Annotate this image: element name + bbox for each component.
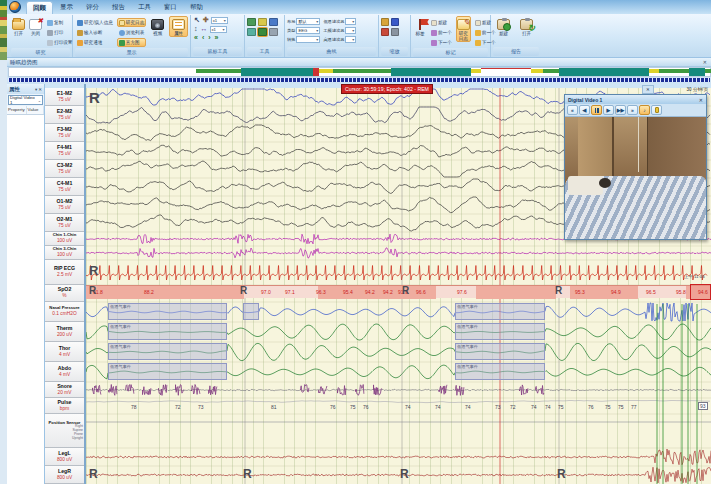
channel-label-rip-ecg[interactable]: RIP ECG2.5 mV bbox=[45, 260, 84, 285]
tab-1[interactable]: 回顾 bbox=[26, 1, 53, 14]
tool-icon-4[interactable] bbox=[247, 28, 256, 36]
tool-icon-1[interactable] bbox=[247, 18, 256, 26]
channel-label-c4-m1[interactable]: C4-M175 uV bbox=[45, 178, 84, 196]
channel-label-nasal-pressure[interactable]: Nasal Pressure0.1 cmH2O bbox=[45, 302, 84, 322]
input-diagnosis-button[interactable]: 输入诊断 bbox=[75, 28, 115, 37]
channel-label-chin-3-chin[interactable]: Chin 3-Chin100 uV bbox=[45, 246, 84, 260]
waveform-chart[interactable]: 91.888.297.097.196.395.494.294.291.996.6… bbox=[86, 84, 711, 484]
mark-next-button[interactable]: 下一个 bbox=[429, 38, 454, 47]
histogram-button[interactable]: 直方图 bbox=[117, 38, 146, 47]
close-study-button[interactable]: 关闭 bbox=[28, 16, 43, 37]
channel-label-spo2[interactable]: SpO2% bbox=[45, 285, 84, 302]
transform-select[interactable]: ▾ bbox=[296, 36, 320, 43]
tab-6[interactable]: 窗口 bbox=[158, 1, 183, 14]
layout-select[interactable]: 默认▾ bbox=[296, 18, 320, 25]
tab-4[interactable]: 报告 bbox=[106, 1, 131, 14]
channel-label-legr[interactable]: LegR800 uV bbox=[45, 466, 84, 484]
type-select[interactable]: EEG▾ bbox=[296, 27, 320, 34]
channel-label-pulse[interactable]: Pulsebpm bbox=[45, 398, 84, 414]
tool-icon-6[interactable] bbox=[269, 28, 278, 36]
properties-button[interactable]: 属性 bbox=[169, 16, 188, 37]
channel-label-e1-m2[interactable]: E1-M275 uV bbox=[45, 88, 84, 106]
hypnogram-band[interactable] bbox=[8, 67, 711, 77]
tool-icon-3[interactable] bbox=[269, 18, 278, 26]
pointer-icon[interactable]: ↖ bbox=[193, 16, 201, 24]
channel-label-position-sensor[interactable]: Position SensorRightSupineProneUpright bbox=[45, 414, 84, 448]
respiratory-event-box[interactable]: 低通气事件 bbox=[455, 323, 545, 340]
print-setup-button[interactable]: 打印设置 bbox=[45, 38, 74, 47]
app-menu-button[interactable] bbox=[9, 1, 21, 13]
panel-close-icon[interactable]: ✕ bbox=[642, 85, 654, 94]
scale-select-1[interactable]: x1▾ bbox=[211, 17, 228, 24]
scale-select-2[interactable]: x1▾ bbox=[210, 26, 227, 33]
rewind-button[interactable]: « bbox=[567, 105, 578, 115]
zoom-in-icon[interactable] bbox=[381, 18, 389, 26]
channel-label-c3-m2[interactable]: C3-M275 uV bbox=[45, 160, 84, 178]
view-list-button[interactable]: 浏览列表 bbox=[117, 28, 146, 37]
channel-label-chin-1-chin[interactable]: Chin 1-Chin100 uV bbox=[45, 232, 84, 246]
prev-page-button[interactable]: ‹ bbox=[201, 34, 205, 42]
tab-3[interactable]: 评分 bbox=[80, 1, 105, 14]
pin-icon[interactable]: ▾ bbox=[35, 87, 37, 92]
zoom-out-icon[interactable] bbox=[381, 28, 389, 36]
tool-icon-2[interactable] bbox=[258, 18, 267, 26]
study-channel-button[interactable]: 研究通道 bbox=[75, 38, 115, 47]
fast-forward-button[interactable]: ▶▶ bbox=[615, 105, 626, 115]
channel-label-f3-m2[interactable]: F3-M275 uV bbox=[45, 124, 84, 142]
play-button[interactable]: ▶ bbox=[603, 105, 614, 115]
hand-icon[interactable]: ✚ bbox=[202, 16, 210, 24]
channel-label-o1-m2[interactable]: O1-M275 uV bbox=[45, 196, 84, 214]
respiratory-event-box[interactable]: 低通气事件 bbox=[455, 303, 545, 320]
channel-label-e2-m2[interactable]: E2-M275 uV bbox=[45, 106, 84, 124]
channel-label-snore[interactable]: Snore20 mV bbox=[45, 382, 84, 398]
tool-icon-5[interactable] bbox=[258, 28, 267, 36]
patient-info-button[interactable]: 研究/病人信息 bbox=[75, 18, 115, 27]
tag-button[interactable]: 标签 bbox=[413, 16, 427, 37]
close-icon[interactable]: ✕ bbox=[38, 87, 42, 92]
report-open-button[interactable]: 打开 bbox=[516, 16, 537, 37]
close-icon[interactable]: ✕ bbox=[703, 59, 707, 65]
respiratory-event-box[interactable]: 低通气事件 bbox=[108, 343, 227, 360]
report-new-button[interactable]: 新建 bbox=[493, 16, 514, 37]
skip-forward-button[interactable]: » bbox=[627, 105, 638, 115]
tab-5[interactable]: 工具 bbox=[132, 1, 157, 14]
settings-button[interactable] bbox=[651, 105, 662, 115]
first-page-button[interactable]: « bbox=[193, 34, 199, 42]
channel-label-therm[interactable]: Therm200 uV bbox=[45, 322, 84, 342]
respiratory-event-box[interactable] bbox=[243, 303, 259, 320]
channel-label-o2-m1[interactable]: O2-M175 uV bbox=[45, 214, 84, 232]
next-page-button[interactable]: › bbox=[207, 34, 211, 42]
last-page-button[interactable]: » bbox=[214, 34, 220, 42]
video-window[interactable]: Digital Video 1 ✕ « ◀ ▶ ▶▶ » ♪ bbox=[564, 94, 707, 240]
select-icon[interactable]: ↕ bbox=[193, 25, 199, 33]
mark-new-button[interactable]: 新建 bbox=[429, 18, 454, 27]
study-log-mark-button[interactable]: 研究日志 bbox=[456, 16, 471, 42]
mark-prev-button[interactable]: 前一个 bbox=[429, 28, 454, 37]
highpass-select[interactable]: ▾ bbox=[345, 36, 356, 43]
study-log-button[interactable]: 研究日志 bbox=[117, 18, 146, 27]
close-icon[interactable]: ✕ bbox=[699, 97, 703, 103]
respiratory-event-box[interactable]: 低通气事件 bbox=[108, 323, 227, 340]
measure-icon[interactable]: ↔ bbox=[200, 25, 209, 33]
respiratory-event-box[interactable]: 低通气事件 bbox=[455, 363, 545, 380]
video-button[interactable]: 视频 bbox=[148, 16, 167, 37]
copy-button[interactable]: 复制 bbox=[45, 18, 74, 27]
channel-label-legl[interactable]: LegL800 uV bbox=[45, 448, 84, 466]
channel-label-f4-m1[interactable]: F4-M175 uV bbox=[45, 142, 84, 160]
pause-button[interactable] bbox=[591, 105, 602, 115]
respiratory-event-box[interactable]: 低通气事件 bbox=[108, 363, 227, 380]
respiratory-event-box[interactable]: 低通气事件 bbox=[108, 303, 227, 320]
notch-select[interactable]: ▾ bbox=[345, 27, 356, 34]
print-button[interactable]: 打印 bbox=[45, 28, 74, 37]
tab-7[interactable]: 帮助 bbox=[184, 1, 209, 14]
tab-2[interactable]: 显示 bbox=[54, 1, 79, 14]
open-study-button[interactable]: 打开 bbox=[11, 16, 26, 37]
zoom-x-icon[interactable] bbox=[391, 28, 399, 36]
property-target-select[interactable]: Digital Video 1⌄ bbox=[8, 95, 43, 105]
respiratory-event-box[interactable]: 低通气事件 bbox=[455, 343, 545, 360]
channel-label-thor[interactable]: Thor4 mV bbox=[45, 342, 84, 362]
audio-button[interactable]: ♪ bbox=[639, 105, 650, 115]
channel-label-abdo[interactable]: Abdo4 mV bbox=[45, 362, 84, 382]
zoom-z-icon[interactable] bbox=[391, 18, 399, 26]
lowpass-select[interactable]: ▾ bbox=[345, 18, 356, 25]
